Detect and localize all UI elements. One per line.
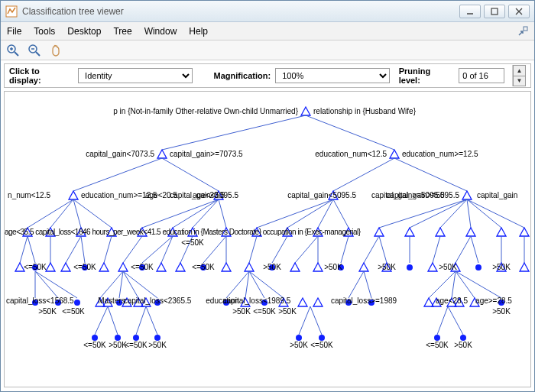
svg-line-105 — [299, 306, 310, 335]
svg-line-32 — [410, 199, 467, 228]
leaf-label: <=50K — [73, 263, 96, 271]
svg-point-98 — [92, 335, 98, 341]
svg-point-106 — [296, 335, 302, 341]
root-right-label: relationship in {Husband Wife} — [313, 107, 416, 115]
svg-line-44 — [104, 236, 112, 263]
svg-line-38 — [28, 236, 35, 263]
svg-line-29 — [318, 199, 333, 228]
leaf-label: >50K — [232, 307, 251, 316]
pruning-down-button[interactable]: ▼ — [513, 76, 526, 87]
svg-line-101 — [136, 306, 146, 335]
node-label: <=50K — [181, 238, 203, 247]
pruning-level-label: Pruning level: — [399, 66, 455, 85]
maximize-button[interactable] — [484, 5, 505, 18]
menu-bar: File Tools Desktop Tree Window Help — [1, 22, 534, 40]
node-label: capital_loss<1568.5 — [6, 296, 74, 305]
svg-line-20 — [50, 199, 73, 228]
leaf-label: >50K — [492, 307, 511, 316]
node-label: capital_gain<5095.5 — [287, 191, 356, 199]
menu-help[interactable]: Help — [189, 26, 208, 37]
node-label: Masters — [98, 296, 125, 305]
node-label: capital_loss>=1989 — [331, 296, 397, 305]
svg-line-15 — [73, 158, 162, 191]
svg-line-45 — [123, 236, 142, 263]
svg-line-109 — [437, 306, 448, 335]
svg-point-108 — [319, 335, 325, 341]
node-label: age>=28.5 — [475, 296, 512, 305]
svg-line-56 — [295, 236, 318, 263]
svg-line-74 — [35, 271, 77, 298]
click-to-display-label: Click to display: — [9, 66, 73, 85]
svg-line-58 — [341, 236, 349, 263]
magnification-select[interactable]: 100% — [275, 68, 390, 83]
svg-line-103 — [146, 306, 157, 335]
svg-line-79 — [123, 271, 138, 298]
svg-line-66 — [471, 236, 478, 263]
leaf-label: <=50K — [426, 341, 448, 349]
menu-file[interactable]: File — [7, 26, 21, 37]
tree-canvas[interactable]: p in {Not-in-family Other-relative Own-c… — [4, 91, 531, 387]
leaf-label: >50K — [278, 307, 297, 316]
svg-line-18 — [394, 158, 467, 191]
node-label: education_num<12.5 — [315, 150, 387, 158]
dock-icon[interactable] — [517, 26, 528, 37]
svg-line-61 — [379, 236, 387, 263]
leaf-label: <=50K — [24, 263, 46, 271]
svg-line-16 — [162, 158, 219, 191]
svg-line-30 — [333, 199, 349, 228]
display-select[interactable]: Identity — [78, 68, 193, 83]
svg-line-50 — [203, 236, 226, 263]
pan-button[interactable] — [48, 43, 63, 58]
svg-point-104 — [154, 335, 160, 341]
menu-window[interactable]: Window — [144, 26, 177, 37]
svg-line-60 — [364, 236, 379, 263]
node-label: capital_loss<1989.5 — [223, 296, 291, 305]
svg-line-34 — [467, 199, 471, 228]
zoom-in-button[interactable] — [5, 43, 21, 58]
pruning-up-button[interactable]: ▲ — [513, 65, 526, 76]
menu-tree[interactable]: Tree — [113, 26, 131, 37]
menu-desktop[interactable]: Desktop — [67, 26, 101, 37]
svg-line-37 — [20, 236, 28, 263]
leaf-label: <=50K — [62, 307, 84, 316]
svg-line-27 — [257, 199, 333, 228]
svg-line-87 — [249, 271, 284, 298]
leaf-label: <=50K — [310, 341, 332, 349]
svg-line-64 — [433, 236, 440, 263]
node-label: capital_gain — [477, 191, 517, 199]
svg-line-65 — [456, 236, 471, 263]
toolbar — [1, 40, 534, 60]
svg-line-14 — [306, 115, 394, 150]
leaf-label: >50K — [148, 341, 167, 349]
pruning-spinner: ▲ ▼ — [512, 65, 526, 86]
svg-line-17 — [333, 158, 394, 191]
svg-point-112 — [460, 335, 466, 341]
svg-line-54 — [272, 236, 287, 263]
svg-line-42 — [81, 236, 85, 263]
svg-point-100 — [115, 335, 121, 341]
pruning-level-value: 0 of 16 — [459, 68, 504, 83]
menu-tools[interactable]: Tools — [34, 26, 55, 37]
svg-line-94 — [456, 271, 475, 298]
leaf-label: <=50K — [253, 307, 275, 316]
svg-line-99 — [108, 306, 118, 335]
title-bar: Classification tree viewer — [1, 1, 534, 22]
leaf-label: >50K — [290, 341, 308, 349]
close-button[interactable] — [508, 5, 530, 18]
svg-line-88 — [349, 271, 364, 298]
leaf-label: >50K — [439, 263, 457, 271]
leaf-label: <=50K — [83, 341, 105, 349]
svg-line-22 — [73, 199, 112, 228]
svg-line-48 — [161, 236, 173, 263]
leaf-label: >50K — [454, 341, 472, 349]
svg-line-92 — [429, 271, 456, 298]
minimize-button[interactable] — [459, 5, 481, 18]
node-label: capital_gain<5095.5 — [170, 191, 238, 199]
svg-line-41 — [66, 236, 81, 263]
svg-point-67 — [475, 264, 481, 271]
magnification-label: Magnification: — [214, 71, 271, 80]
app-icon — [5, 5, 18, 18]
svg-point-63 — [407, 264, 413, 271]
zoom-out-button[interactable] — [27, 43, 42, 58]
leaf-label: >50K — [492, 263, 511, 271]
